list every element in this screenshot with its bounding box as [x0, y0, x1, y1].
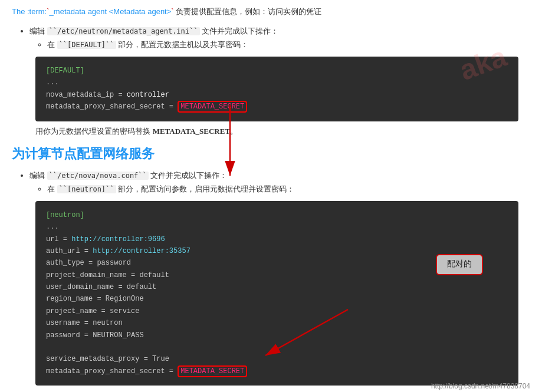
page-container: aka The :term:`_metadata agent <Metadata… — [0, 0, 542, 392]
code-line-4: metadata_proxy_shared_secret = METADATA_… — [46, 101, 508, 113]
section-neutron: ``[neutron]`` — [57, 185, 116, 193]
section-heading: 为计算节点配置网络服务 — [12, 145, 530, 163]
section1-bullets: 编辑 ``/etc/neutron/metadata_agent.ini`` 文… — [24, 24, 530, 52]
cb2-line3: url = http://controller:9696 — [46, 233, 508, 245]
file-path-2: ``/etc/nova/nova.conf`` — [47, 172, 149, 180]
cb2-line4: auth_url = http://controller:35357 — [46, 245, 508, 257]
cb2-line12 — [46, 341, 508, 353]
cb2-line9: project_name = service — [46, 305, 508, 317]
blog-url: http://blog.csdn.net/m47838704 — [431, 382, 530, 390]
term-link: The :term:`_metadata agent <Metadata age… — [12, 7, 174, 16]
cb2-line14: metadata_proxy_shared_secret = METADATA_… — [46, 365, 508, 377]
cb2-line8: region_name = RegionOne — [46, 293, 508, 305]
cb2-line6: project_domain_name = default — [46, 269, 508, 281]
section1-sub-bullet: 在 ``[DEFAULT]`` 部分，配置元数据主机以及共享密码： — [47, 38, 530, 52]
code-line-1: [DEFAULT] — [46, 65, 508, 77]
section2-bullets: 编辑 ``/etc/nova/nova.conf`` 文件并完成以下操作： 在 … — [24, 169, 530, 196]
cb2-line5: auth_type = password — [46, 257, 508, 269]
code-block-2: [neutron] ... url = http://controller:96… — [35, 201, 518, 386]
cb2-line10: username = neutron — [46, 317, 508, 329]
code-block-1: [DEFAULT] ... nova_metadata_ip = control… — [35, 57, 518, 121]
section2-main-bullet: 编辑 ``/etc/nova/nova.conf`` 文件并完成以下操作： 在 … — [29, 169, 530, 196]
section2-sub-bullet: 在 ``[neutron]`` 部分，配置访问参数，启用元数据代理并设置密码： — [47, 182, 530, 196]
file-path-1: ``/etc/neutron/metadata_agent.ini`` — [47, 27, 200, 35]
cb2-line11: password = NEUTRON_PASS — [46, 330, 508, 341]
cb2-line1: [neutron] — [46, 209, 508, 221]
code-line-3: nova_metadata_ip = controller — [46, 89, 508, 101]
section-default: ``[DEFAULT]`` — [57, 41, 116, 49]
intro-desc: 负责提供配置信息，例如：访问实例的凭证 — [176, 7, 321, 16]
code-line-2: ... — [46, 77, 508, 88]
intro-text: The :term:`_metadata agent <Metadata age… — [12, 6, 530, 18]
section1-main-bullet: 编辑 ``/etc/neutron/metadata_agent.ini`` 文… — [29, 24, 530, 52]
cb2-line2: ... — [46, 221, 508, 233]
cb2-line13: service_metadata_proxy = True — [46, 353, 508, 365]
cb2-line7: user_domain_name = default — [46, 281, 508, 293]
note-1: 用你为元数据代理设置的密码替换 METADATA_SECRET。 — [35, 126, 518, 137]
